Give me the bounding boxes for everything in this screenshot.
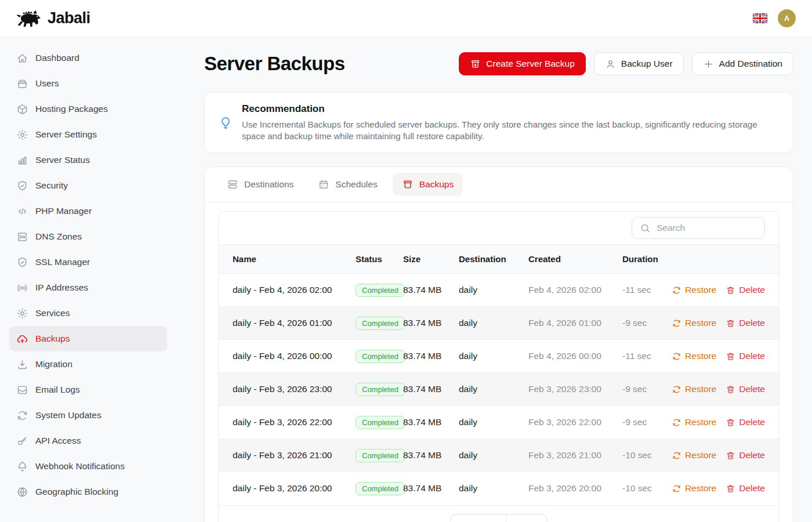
shield-check-icon — [16, 180, 28, 192]
add-destination-button[interactable]: Add Destination — [692, 52, 793, 75]
table-row: daily - Feb 3, 2026 22:00Completed83.74 … — [219, 406, 779, 439]
tab-bar: DestinationsSchedulesBackups — [205, 167, 793, 202]
sidebar-item-webhook-notifications[interactable]: Webhook Notifications — [9, 454, 167, 479]
delete-button[interactable]: Delete — [726, 483, 765, 494]
cell-destination: daily — [459, 307, 528, 340]
gear-icon — [16, 129, 28, 141]
sidebar-item-server-status[interactable]: Server Status — [9, 147, 167, 173]
tab-schedules[interactable]: Schedules — [309, 173, 386, 196]
brand-logo[interactable]: Jabali — [16, 9, 90, 28]
sync-icon — [672, 385, 682, 394]
cell-duration: -9 sec — [622, 406, 678, 439]
sidebar-item-email-logs[interactable]: Email Logs — [9, 377, 167, 403]
sidebar-item-system-updates[interactable]: System Updates — [9, 403, 167, 428]
sidebar-item-label: Backups — [35, 334, 70, 344]
delete-label: Delete — [739, 483, 765, 494]
sidebar-item-label: Users — [35, 78, 59, 89]
per-page-select[interactable]: 10 — [506, 514, 546, 522]
cell-name: daily - Feb 4, 2026 00:00 — [219, 340, 356, 373]
sync-icon — [672, 318, 682, 328]
delete-label: Delete — [739, 417, 765, 427]
tab-backups[interactable]: Backups — [393, 173, 463, 196]
cell-destination: daily — [459, 373, 528, 406]
delete-label: Delete — [739, 450, 765, 461]
restore-label: Restore — [685, 417, 716, 427]
restore-button[interactable]: Restore — [672, 351, 716, 361]
cell-status: Completed — [356, 340, 403, 373]
home-icon — [16, 52, 28, 64]
cell-created: Feb 3, 2026 20:00 — [528, 472, 622, 505]
inbox-icon — [16, 384, 28, 396]
column-header-size: Size — [403, 245, 459, 274]
key-icon — [16, 435, 28, 447]
restore-label: Restore — [685, 483, 716, 494]
delete-button[interactable]: Delete — [726, 450, 765, 461]
search-icon — [640, 223, 651, 234]
page-title: Server Backups — [204, 53, 345, 75]
delete-button[interactable]: Delete — [726, 351, 765, 361]
sidebar-item-label: Hosting Packages — [35, 104, 108, 114]
restore-button[interactable]: Restore — [672, 285, 716, 295]
refresh-icon — [16, 409, 28, 422]
status-badge: Completed — [356, 284, 405, 297]
table-row: daily - Feb 3, 2026 23:00Completed83.74 … — [219, 373, 779, 406]
restore-button[interactable]: Restore — [672, 417, 716, 427]
cell-name: daily - Feb 4, 2026 01:00 — [219, 307, 356, 340]
cell-created: Feb 3, 2026 22:00 — [528, 406, 622, 439]
delete-button[interactable]: Delete — [726, 384, 765, 394]
cell-duration: -9 sec — [622, 307, 678, 340]
table-row: daily - Feb 4, 2026 02:00Completed83.74 … — [219, 274, 779, 307]
create-server-backup-button[interactable]: Create Server Backup — [459, 52, 586, 75]
restore-button[interactable]: Restore — [672, 483, 716, 494]
restore-button[interactable]: Restore — [672, 450, 716, 461]
tab-destinations[interactable]: Destinations — [217, 173, 303, 196]
cell-destination: daily — [459, 274, 528, 307]
sidebar-item-server-settings[interactable]: Server Settings — [9, 122, 167, 147]
sidebar-item-hosting-packages[interactable]: Hosting Packages — [9, 96, 167, 122]
code-icon — [16, 205, 28, 217]
sidebar-item-dns-zones[interactable]: DNS Zones — [9, 224, 167, 249]
server-stack-icon — [16, 231, 28, 243]
delete-button[interactable]: Delete — [726, 417, 765, 427]
restore-label: Restore — [685, 384, 716, 394]
trash-icon — [726, 451, 735, 461]
tab-label: Backups — [419, 179, 454, 190]
cell-status: Completed — [356, 406, 403, 439]
sidebar-item-backups[interactable]: Backups — [9, 326, 167, 351]
broadcast-icon — [16, 282, 28, 294]
boar-logo-icon — [16, 9, 43, 28]
sidebar-item-users[interactable]: Users — [9, 71, 167, 96]
delete-button[interactable]: Delete — [726, 285, 765, 295]
sidebar-item-dashboard[interactable]: Dashboard — [9, 45, 167, 71]
users-box-icon — [16, 78, 28, 90]
sidebar-item-label: SSL Manager — [35, 257, 90, 267]
sidebar-item-services[interactable]: Services — [9, 300, 167, 326]
user-avatar[interactable]: A — [778, 9, 796, 27]
sidebar-item-label: API Access — [35, 436, 81, 446]
backup-user-button[interactable]: Backup User — [594, 52, 684, 75]
sidebar-item-php-manager[interactable]: PHP Manager — [9, 198, 167, 224]
chart-bar-icon — [16, 154, 28, 166]
sidebar-item-api-access[interactable]: API Access — [9, 428, 167, 454]
restore-button[interactable]: Restore — [672, 384, 716, 394]
cell-duration: -11 sec — [622, 340, 678, 373]
restore-button[interactable]: Restore — [672, 318, 716, 328]
sidebar-item-ip-addresses[interactable]: IP Addresses — [9, 275, 167, 300]
sidebar-item-migration[interactable]: Migration — [9, 351, 167, 377]
cell-size: 83.74 MB — [403, 472, 459, 505]
sidebar-item-ssl-manager[interactable]: SSL Manager — [9, 249, 167, 275]
trash-icon — [726, 418, 735, 427]
cell-name: daily - Feb 3, 2026 23:00 — [219, 373, 356, 406]
delete-button[interactable]: Delete — [726, 318, 765, 328]
recommendation-card: Recommendation Use Incremental Backups f… — [204, 92, 793, 153]
sidebar-item-geographic-blocking[interactable]: Geographic Blocking — [9, 479, 167, 505]
column-header-duration: Duration — [622, 245, 678, 274]
cell-size: 83.74 MB — [403, 307, 459, 340]
sidebar-item-label: Geographic Blocking — [35, 487, 118, 497]
sidebar-item-label: DNS Zones — [35, 231, 82, 242]
status-badge: Completed — [356, 350, 405, 363]
search-input[interactable] — [657, 223, 757, 233]
restore-label: Restore — [685, 450, 716, 461]
uk-flag-icon[interactable] — [753, 13, 767, 23]
sidebar-item-security[interactable]: Security — [9, 173, 167, 198]
